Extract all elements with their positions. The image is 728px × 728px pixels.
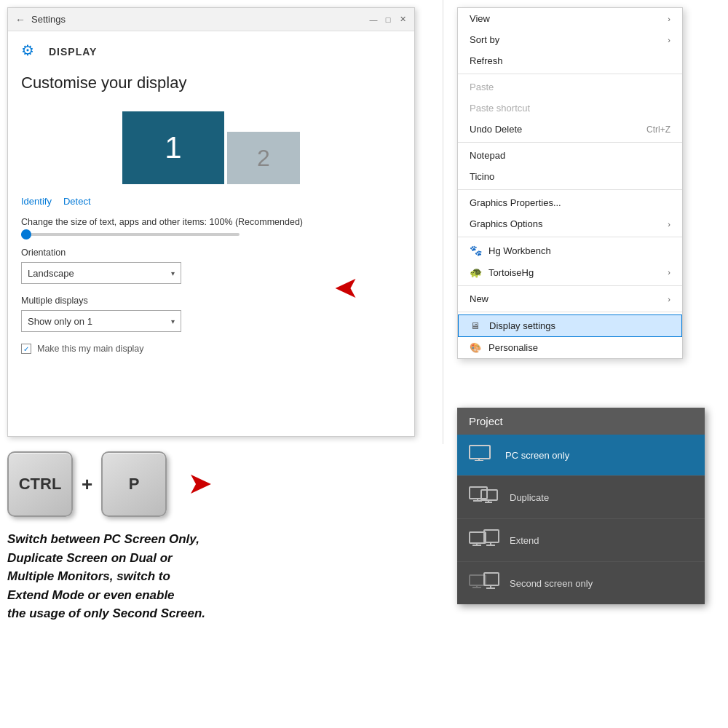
display-settings-icon: 🖥 [470,320,485,331]
context-menu-hg-workbench[interactable]: 🐾 Hg Workbench [458,240,682,261]
svg-rect-0 [470,446,490,459]
extend-label: Extend [510,535,539,546]
second-only-label: Second screen only [510,578,593,589]
extend-icon [469,529,499,551]
orientation-value: Landscape [28,268,74,279]
ctrl-key[interactable]: CTRL [7,451,73,517]
context-menu: View › Sort by › Refresh Paste Paste sho… [457,7,683,359]
context-menu-sortby[interactable]: Sort by › [458,29,682,50]
red-arrow-right-container: ➤ [189,469,210,499]
settings-body: ⚙ DISPLAY Customise your display 1 2 Ide… [8,31,414,436]
orientation-dropdown-arrow: ▾ [171,269,175,277]
context-menu-graphics-properties[interactable]: Graphics Properties... [458,192,682,213]
ctx-sep-6 [458,312,682,312]
ctx-personalise-left: 🎨 Personalise [470,342,538,353]
red-arrow-left: ➤ [335,273,357,304]
settings-window: ← Settings — □ ✕ ⚙ DISPLAY Customise you… [7,7,415,437]
project-item-pc-only[interactable]: PC screen only [457,435,705,476]
monitor-2[interactable]: 2 [227,132,300,184]
ctx-graphics-opts-label: Graphics Options [470,218,542,229]
monitor-1[interactable]: 1 [122,111,224,184]
ctx-refresh-label: Refresh [470,55,503,66]
minimize-button[interactable]: — [369,15,378,24]
multiple-displays-value: Show only on 1 [28,316,92,327]
vertical-divider [443,0,443,444]
multiple-displays-arrow: ▾ [171,317,175,325]
ctx-display-label: Display settings [489,320,555,331]
ctx-sep-1 [458,74,682,74]
project-item-duplicate[interactable]: Duplicate [457,476,705,519]
ctx-sep-3 [458,189,682,190]
main-display-checkbox-row: ✓ Make this my main display [21,344,401,354]
maximize-button[interactable]: □ [384,15,392,24]
context-menu-new[interactable]: New › [458,288,682,309]
project-panel: Project PC screen only Duplicate [457,408,705,604]
pc-only-icon [469,445,495,465]
ctx-sep-4 [458,237,682,237]
title-bar: ← Settings — □ ✕ [8,8,414,31]
project-item-extend[interactable]: Extend [457,519,705,562]
monitor-2-label: 2 [257,145,270,172]
context-menu-display-settings[interactable]: 🖥 Display settings [458,314,682,337]
close-button[interactable]: ✕ [398,15,407,24]
context-menu-undo-delete[interactable]: Undo Delete Ctrl+Z [458,119,682,140]
keys-row: CTRL + P ➤ [7,451,415,517]
ctx-tortoise-arrow: › [668,268,670,277]
ctx-sortby-left: Sort by [470,34,499,45]
orientation-dropdown[interactable]: Landscape ▾ [21,262,181,284]
back-button[interactable]: ← [15,14,25,25]
ctx-tortoise-left: 🐢 TortoiseHg [470,266,534,278]
ctx-sep-5 [458,285,682,286]
hg-icon: 🐾 [470,245,484,256]
p-key[interactable]: P [101,451,167,517]
ctx-sortby-arrow: › [668,36,670,44]
svg-rect-9 [470,532,486,543]
ctx-new-arrow: › [668,295,670,304]
main-display-checkbox-label: Make this my main display [37,344,144,354]
context-menu-personalise[interactable]: 🎨 Personalise [458,337,682,358]
text-size-slider[interactable] [21,233,401,236]
gear-icon: ⚙ [21,41,41,62]
customise-heading: Customise your display [21,74,401,92]
slider-thumb[interactable] [21,229,31,240]
identify-detect-row: Identify Detect [21,196,401,207]
context-menu-view[interactable]: View › [458,8,682,29]
context-menu-ticino[interactable]: Ticino [458,166,682,187]
context-menu-paste-shortcut: Paste shortcut [458,98,682,119]
ctrl-key-label: CTRL [19,475,62,494]
keyboard-section: CTRL + P ➤ Switch between PC Screen Only… [7,451,415,623]
ctx-paste-shortcut-label: Paste shortcut [470,103,530,114]
red-arrow-right: ➤ [189,469,210,499]
context-menu-tortoisehg[interactable]: 🐢 TortoiseHg › [458,261,682,283]
ctx-ticino-label: Ticino [470,171,494,182]
context-menu-graphics-options[interactable]: Graphics Options › [458,213,682,234]
detect-link[interactable]: Detect [63,196,91,207]
ctx-hg-left: 🐾 Hg Workbench [470,245,551,256]
context-menu-paste: Paste [458,76,682,98]
window-title: Settings [31,14,369,25]
svg-rect-15 [470,575,486,585]
tortoise-icon: 🐢 [470,266,484,278]
ctx-undo-label: Undo Delete [470,124,522,135]
pc-only-label: PC screen only [505,450,569,461]
multiple-displays-dropdown[interactable]: Show only on 1 ▾ [21,310,181,332]
ctx-sortby-label: Sort by [470,34,499,45]
ctx-view-arrow: › [668,15,670,23]
context-menu-refresh[interactable]: Refresh [458,50,682,71]
ctx-tortoise-label: TortoiseHg [488,267,534,278]
ctx-graphics-opts-arrow: › [668,220,670,229]
project-item-second-only[interactable]: Second screen only [457,562,705,604]
display-header: ⚙ DISPLAY [21,41,401,62]
ctx-hg-label: Hg Workbench [488,245,551,256]
context-menu-notepad[interactable]: Notepad [458,145,682,166]
personalise-icon: 🎨 [470,342,484,353]
p-key-label: P [129,475,140,494]
text-size-label: Change the size of text, apps and other … [21,217,401,227]
ctx-view-left: View [470,13,490,24]
ctx-display-left: 🖥 Display settings [470,320,555,331]
project-header: Project [457,408,705,435]
main-display-checkbox[interactable]: ✓ [21,344,31,354]
orientation-label: Orientation [21,248,401,258]
ctx-new-label: New [470,293,488,304]
identify-link[interactable]: Identify [21,196,52,207]
